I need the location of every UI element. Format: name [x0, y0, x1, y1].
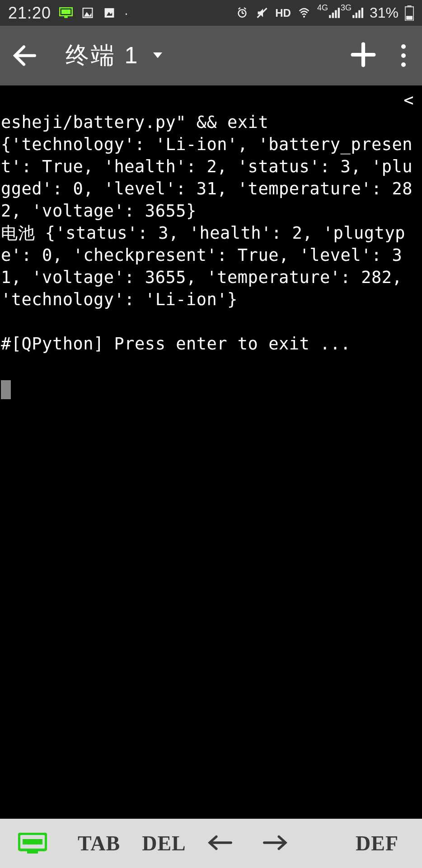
svg-rect-2 — [64, 16, 68, 18]
svg-rect-17 — [335, 10, 337, 18]
arrow-left-icon — [13, 44, 37, 67]
terminal-cursor — [1, 380, 11, 399]
status-time: 21:20 — [8, 4, 51, 23]
hd-indicator: HD — [275, 7, 291, 19]
more-vert-icon — [401, 44, 406, 49]
plus-icon — [351, 42, 376, 67]
arrow-left-icon — [208, 835, 232, 850]
status-right: HD 4G 3G 31% — [235, 5, 414, 21]
right-arrow-key[interactable] — [252, 831, 298, 855]
del-key[interactable]: DEL — [131, 831, 197, 855]
terminal-title: 终端 1 — [66, 40, 139, 71]
svg-rect-19 — [352, 15, 354, 18]
overflow-menu-button[interactable] — [394, 40, 413, 71]
tab-key[interactable]: TAB — [67, 831, 131, 855]
def-key[interactable]: DEF — [345, 831, 422, 855]
svg-rect-20 — [356, 12, 357, 18]
alarm-icon — [235, 7, 249, 19]
more-vert-icon — [401, 53, 406, 58]
battery-percent: 31% — [370, 5, 399, 21]
svg-rect-32 — [27, 851, 38, 854]
signal-bars-1-icon — [328, 7, 340, 19]
svg-rect-22 — [361, 8, 363, 18]
status-left: 21:20 · — [8, 4, 128, 23]
svg-marker-27 — [153, 52, 162, 58]
svg-line-11 — [244, 8, 246, 9]
net2-label: 3G — [341, 3, 352, 13]
image-icon — [81, 7, 94, 19]
def-key-label: DEF — [356, 832, 399, 855]
mute-icon — [255, 7, 269, 19]
back-button[interactable] — [9, 40, 41, 71]
svg-rect-31 — [23, 839, 42, 844]
terminal-view[interactable]: <esheji/battery.py" && exit {'technology… — [0, 85, 422, 819]
terminal-line-prompt: #[QPython] Press enter to exit ... — [1, 334, 351, 354]
arrow-right-icon — [263, 835, 287, 850]
keyboard-icon[interactable] — [18, 833, 47, 854]
svg-line-10 — [239, 8, 240, 9]
chevron-down-icon — [151, 48, 164, 63]
status-more-icon: · — [124, 6, 128, 20]
terminal-line-cmd: esheji/battery.py" && exit — [1, 113, 268, 132]
screen-active-icon — [59, 7, 73, 19]
svg-rect-15 — [329, 15, 331, 18]
svg-rect-16 — [332, 12, 334, 18]
new-tab-button[interactable] — [351, 42, 376, 69]
svg-rect-21 — [358, 10, 360, 18]
app-bar: 终端 1 — [0, 26, 422, 85]
svg-rect-18 — [338, 8, 340, 18]
extra-keys-row: TAB DEL DEF — [0, 819, 422, 868]
more-vert-icon — [401, 62, 406, 67]
left-arrow-key[interactable] — [197, 831, 243, 855]
svg-marker-4 — [84, 12, 92, 16]
terminal-line-dict1: {'technology': 'Li-ion', 'battery_presen… — [1, 135, 413, 221]
image-alt-icon — [103, 7, 116, 19]
title-dropdown[interactable]: 终端 1 — [66, 40, 164, 71]
battery-icon — [405, 5, 414, 21]
terminal-corner-char: < — [403, 89, 414, 111]
wifi-icon — [297, 7, 311, 19]
svg-rect-1 — [61, 9, 70, 14]
net1-label: 4G — [317, 3, 328, 13]
del-key-label: DEL — [142, 832, 186, 855]
status-bar: 21:20 · HD 4G 3G 31% — [0, 0, 422, 26]
svg-point-14 — [303, 16, 305, 18]
svg-rect-25 — [406, 16, 413, 20]
tab-key-label: TAB — [78, 832, 120, 855]
terminal-line-dict2: 电池 {'status': 3, 'health': 2, 'plugtype'… — [1, 223, 413, 309]
signal-group: 4G 3G — [317, 7, 363, 19]
signal-bars-2-icon — [352, 7, 363, 19]
